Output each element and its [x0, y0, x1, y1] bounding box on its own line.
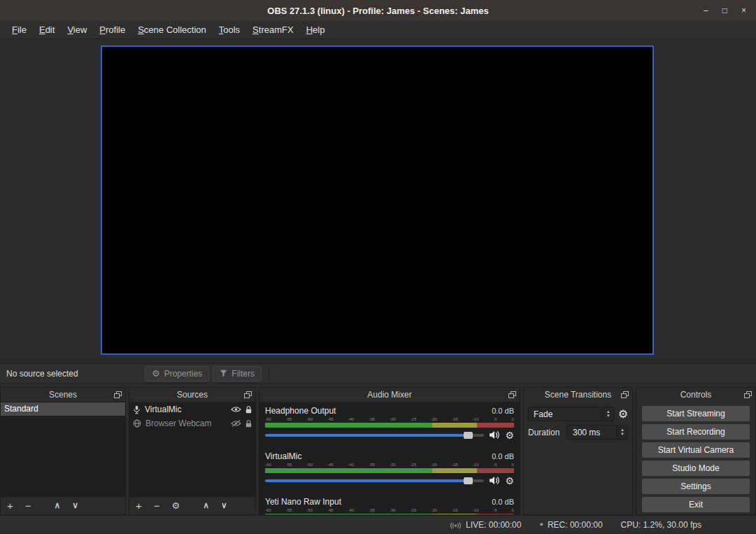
scene-transitions-body: Fade ▲ ▼ ⚙ Duration 300 ms ▲ ▼: [524, 402, 632, 444]
source-row[interactable]: VirtualMic: [129, 402, 255, 416]
mixer-level: 0.0 dB: [492, 407, 514, 415]
globe-icon: [133, 419, 141, 428]
scale-tick: 0: [512, 417, 514, 422]
preview-area: [0, 39, 756, 363]
scale-tick: -55: [286, 508, 292, 513]
source-label: VirtualMic: [145, 405, 227, 414]
scale-tick: -15: [452, 463, 458, 468]
mixer-channel: Yeti Nano Raw Input 0.0 dB -60-55-50-45-…: [265, 496, 514, 514]
menu-item[interactable]: Edit: [33, 21, 61, 38]
add-source-button[interactable]: +: [136, 500, 142, 511]
scale-tick: -50: [306, 508, 313, 513]
scale-tick: -40: [348, 508, 355, 513]
titlebar: OBS 27.1.3 (linux) - Profile: James - Sc…: [0, 0, 756, 21]
scale-tick: -35: [369, 417, 375, 422]
mixer-level: 0.0 dB: [492, 452, 514, 461]
source-row[interactable]: Browser Webcam: [129, 416, 255, 430]
menu-item[interactable]: Help: [300, 21, 331, 38]
scene-move-down-button[interactable]: ∨: [72, 500, 78, 511]
add-scene-button[interactable]: +: [7, 500, 13, 511]
control-button[interactable]: Start Streaming: [642, 406, 750, 421]
volume-slider-handle[interactable]: [464, 477, 473, 484]
speaker-icon[interactable]: [489, 430, 500, 440]
popout-icon[interactable]: [621, 391, 629, 398]
scale-tick: -45: [327, 508, 334, 513]
record-dot-icon: ●: [539, 521, 543, 528]
scale-tick: -25: [411, 508, 417, 513]
popout-icon[interactable]: [114, 391, 122, 398]
mixer-settings-button gear-icon[interactable]: ⚙: [505, 476, 514, 486]
dock-row: Scenes Standard + − ∧ ∨ Sources VirtualM…: [0, 384, 756, 515]
menu-item[interactable]: Scene Collection: [131, 21, 213, 38]
volume-meter: [265, 514, 514, 514]
close-button[interactable]: ×: [741, 6, 746, 15]
mixer-name: Headphone Output: [265, 406, 336, 416]
menu-item[interactable]: File: [6, 21, 33, 38]
volume-slider[interactable]: [265, 475, 484, 486]
scene-transitions-dock: Scene Transitions Fade ▲ ▼ ⚙ Duration 30…: [523, 387, 633, 515]
maximize-button[interactable]: □: [722, 6, 727, 15]
source-move-down-button[interactable]: ∨: [221, 500, 227, 511]
scale-tick: -35: [369, 463, 375, 468]
microphone-icon: [133, 405, 141, 414]
scenes-dock-header: Scenes: [1, 388, 125, 402]
cpu-fps-stats: CPU: 1.2%, 30.00 fps: [621, 520, 701, 530]
scenes-dock: Scenes Standard + − ∧ ∨: [0, 387, 126, 515]
spin-down-icon[interactable]: ▼: [620, 433, 625, 436]
filters-button[interactable]: Filters: [213, 366, 262, 381]
control-button[interactable]: Studio Mode: [642, 461, 750, 476]
popout-icon[interactable]: [744, 391, 752, 398]
controls-dock-title: Controls: [680, 390, 712, 400]
control-button[interactable]: Settings: [642, 479, 750, 494]
control-button[interactable]: Start Virtual Camera: [642, 442, 750, 458]
scale-tick: -50: [306, 463, 313, 468]
mixer-name: Yeti Nano Raw Input: [265, 497, 341, 507]
menu-item[interactable]: StreamFX: [246, 21, 300, 38]
transition-select[interactable]: Fade ▲ ▼: [528, 407, 614, 421]
control-button[interactable]: Start Recording: [642, 424, 750, 440]
volume-slider[interactable]: [265, 429, 484, 441]
duration-spin-arrows[interactable]: ▲ ▼: [617, 426, 627, 439]
eye-icon[interactable]: [231, 406, 241, 413]
volume-slider-handle[interactable]: [464, 432, 473, 439]
scene-move-up-button[interactable]: ∧: [55, 500, 61, 511]
lock-icon[interactable]: [245, 406, 252, 414]
scale-tick: -30: [390, 463, 396, 468]
transition-select-arrows[interactable]: ▲ ▼: [603, 407, 613, 421]
menu-item[interactable]: View: [61, 21, 93, 38]
properties-button[interactable]: ⚙ Properties: [145, 366, 209, 381]
transition-select-value: Fade: [529, 407, 603, 421]
mixer-settings-button gear-icon[interactable]: ⚙: [505, 430, 514, 440]
window-title: OBS 27.1.3 (linux) - Profile: James - Sc…: [267, 6, 488, 16]
scale-tick: -20: [431, 463, 437, 468]
spin-down-icon[interactable]: ▼: [606, 414, 611, 418]
speaker-icon[interactable]: [489, 476, 500, 485]
eye-slash-icon[interactable]: [231, 420, 241, 427]
minimize-button[interactable]: –: [704, 6, 708, 15]
toolbar-separator: [269, 367, 269, 380]
filters-button-label: Filters: [231, 369, 255, 379]
scale-tick: 0: [512, 463, 514, 468]
remove-source-button[interactable]: −: [154, 500, 160, 511]
preview-canvas[interactable]: [101, 45, 654, 355]
popout-icon[interactable]: [508, 391, 516, 398]
popout-icon[interactable]: [244, 391, 252, 398]
remove-scene-button[interactable]: −: [25, 500, 31, 511]
scale-tick: -60: [265, 417, 271, 422]
scene-item[interactable]: Standard: [1, 402, 125, 416]
duration-spinbox[interactable]: 300 ms ▲ ▼: [566, 425, 628, 440]
source-properties-button gear-icon[interactable]: ⚙: [172, 500, 180, 511]
filter-icon: [220, 370, 227, 377]
duration-label: Duration: [528, 428, 559, 437]
scale-tick: 0: [512, 508, 514, 513]
source-move-up-button[interactable]: ∧: [203, 500, 209, 511]
scale-tick: -60: [265, 508, 271, 513]
controls-dock-header: Controls: [636, 388, 755, 402]
menu-item[interactable]: Profile: [93, 21, 131, 38]
transition-properties-button gear-icon[interactable]: ⚙: [618, 409, 628, 420]
menu-item[interactable]: Tools: [213, 21, 246, 38]
lock-icon[interactable]: [245, 420, 252, 428]
duration-value: 300 ms: [567, 426, 617, 439]
scene-transitions-dock-title: Scene Transitions: [545, 390, 611, 400]
control-button[interactable]: Exit: [642, 497, 750, 512]
